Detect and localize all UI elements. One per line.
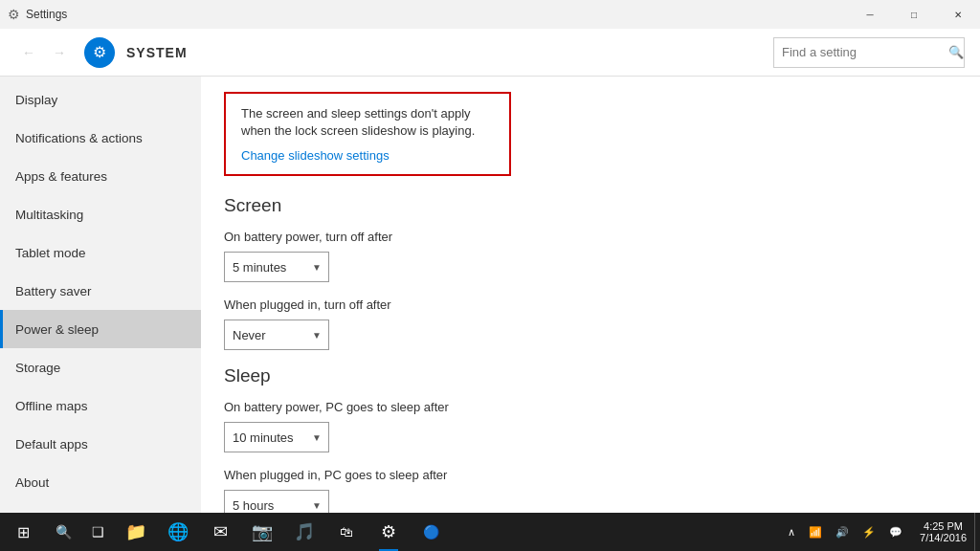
maximize-button[interactable]: □	[892, 0, 936, 29]
taskbar-app-ie[interactable]: 🔵	[410, 513, 452, 551]
plugged-sleep-select[interactable]: 5 hours 15 minutes 30 minutes 1 hour 2 h…	[224, 490, 329, 513]
plugged-sleep-select-wrapper: 5 hours 15 minutes 30 minutes 1 hour 2 h…	[224, 490, 329, 513]
header-bar: ← → ⚙ SYSTEM 🔍	[0, 29, 980, 77]
plugged-screen-select-wrapper: Never 1 minute 5 minutes 10 minutes 15 m…	[224, 320, 329, 350]
taskbar-app-edge[interactable]: 🌐	[157, 513, 199, 551]
search-input[interactable]	[782, 45, 943, 59]
change-slideshow-link[interactable]: Change slideshow settings	[241, 148, 390, 163]
search-box[interactable]: 🔍	[773, 37, 965, 68]
close-button[interactable]: ✕	[936, 0, 980, 29]
sidebar-item-default[interactable]: Default apps	[0, 425, 201, 463]
notice-box: The screen and sleep settings don't appl…	[224, 92, 511, 176]
task-view-button[interactable]: ❑	[80, 513, 115, 551]
taskbar: ⊞ 🔍 ❑ 📁 🌐 ✉ 📷 🎵 🛍 ⚙ 🔵 ∧ 📶 🔊 ⚡ 💬 4:25 PM …	[0, 513, 980, 551]
taskbar-app-mail[interactable]: ✉	[199, 513, 241, 551]
battery-screen-select[interactable]: 5 minutes 1 minute 2 minutes 3 minutes 1…	[224, 252, 329, 282]
back-button[interactable]: ←	[15, 39, 42, 66]
header-nav: ← →	[15, 39, 73, 66]
battery-sleep-select[interactable]: 10 minutes 1 minute 2 minutes 5 minutes …	[224, 422, 329, 452]
plugged-screen-select[interactable]: Never 1 minute 5 minutes 10 minutes 15 m…	[224, 320, 329, 350]
system-icon: ⚙	[84, 37, 115, 68]
start-button[interactable]: ⊞	[0, 513, 46, 551]
screen-section-title: Screen	[224, 195, 957, 216]
show-desktop-button[interactable]	[974, 513, 980, 551]
gear-icon: ⚙	[93, 43, 106, 61]
plugged-screen-label: When plugged in, turn off after	[224, 298, 957, 312]
battery-sleep-select-wrapper: 10 minutes 1 minute 2 minutes 5 minutes …	[224, 422, 329, 452]
sidebar-item-power[interactable]: Power & sleep	[0, 310, 201, 348]
content-area: The screen and sleep settings don't appl…	[201, 77, 980, 513]
plugged-sleep-label: When plugged in, PC goes to sleep after	[224, 468, 957, 482]
taskbar-app-groove[interactable]: 🎵	[283, 513, 325, 551]
sidebar-item-notifications[interactable]: Notifications & actions	[0, 119, 201, 157]
forward-button[interactable]: →	[46, 39, 73, 66]
title-bar: ⚙ Settings ─ □ ✕	[0, 0, 980, 29]
taskbar-app-store[interactable]: 🛍	[325, 513, 368, 551]
taskbar-system-tray: ∧ 📶 🔊 ⚡ 💬	[778, 513, 912, 551]
sidebar-item-display[interactable]: Display	[0, 80, 201, 119]
sleep-section-title: Sleep	[224, 365, 957, 386]
title-bar-controls: ─ □ ✕	[848, 0, 980, 29]
taskbar-battery-icon[interactable]: ⚡	[857, 513, 881, 551]
taskbar-app-settings[interactable]: ⚙	[368, 513, 410, 551]
battery-screen-label: On battery power, turn off after	[224, 230, 957, 244]
sidebar-item-apps[interactable]: Apps & features	[0, 157, 201, 195]
sidebar-item-offline[interactable]: Offline maps	[0, 386, 201, 425]
page-title: SYSTEM	[126, 45, 762, 60]
taskbar-action-center[interactable]: 💬	[883, 513, 908, 551]
taskbar-app-explorer[interactable]: 📁	[115, 513, 157, 551]
sidebar-item-battery[interactable]: Battery saver	[0, 272, 201, 310]
sleep-section: Sleep On battery power, PC goes to sleep…	[224, 365, 957, 513]
sidebar-item-storage[interactable]: Storage	[0, 348, 201, 386]
taskbar-show-hidden[interactable]: ∧	[782, 513, 801, 551]
sidebar-item-about[interactable]: About	[0, 463, 201, 501]
clock-date: 7/14/2016	[920, 532, 967, 543]
title-bar-title: Settings	[26, 8, 67, 21]
taskbar-apps: 📁 🌐 ✉ 📷 🎵 🛍 ⚙ 🔵	[115, 513, 778, 551]
search-icon: 🔍	[948, 45, 964, 59]
minimize-button[interactable]: ─	[848, 0, 892, 29]
sidebar-item-tablet[interactable]: Tablet mode	[0, 233, 201, 272]
main-content: Display Notifications & actions Apps & f…	[0, 77, 980, 513]
sidebar-item-multitasking[interactable]: Multitasking	[0, 195, 201, 233]
settings-app-icon: ⚙	[8, 7, 20, 22]
battery-screen-select-wrapper: 5 minutes 1 minute 2 minutes 3 minutes 1…	[224, 252, 329, 282]
notice-text: The screen and sleep settings don't appl…	[241, 105, 494, 140]
taskbar-volume-icon[interactable]: 🔊	[830, 513, 855, 551]
clock-time: 4:25 PM	[924, 520, 963, 532]
search-button[interactable]: 🔍	[46, 513, 80, 551]
taskbar-app-photos[interactable]: 📷	[241, 513, 283, 551]
battery-sleep-label: On battery power, PC goes to sleep after	[224, 400, 957, 414]
title-bar-left: ⚙ Settings	[8, 7, 67, 22]
sidebar: Display Notifications & actions Apps & f…	[0, 77, 201, 513]
taskbar-clock[interactable]: 4:25 PM 7/14/2016	[912, 513, 974, 551]
taskbar-network-icon[interactable]: 📶	[803, 513, 828, 551]
